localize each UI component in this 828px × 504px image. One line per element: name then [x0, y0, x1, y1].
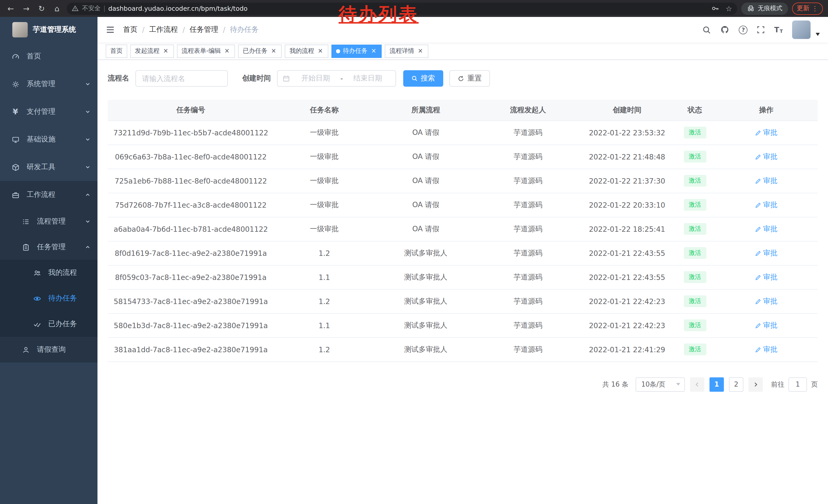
fullscreen-icon[interactable]: [757, 26, 765, 34]
cell-status: 激活: [675, 145, 715, 169]
sidebar-item-infrastructure[interactable]: 基础设施: [0, 126, 97, 153]
approve-button[interactable]: 审批: [755, 273, 778, 282]
approve-button[interactable]: 审批: [755, 248, 778, 258]
tab-my-process[interactable]: 我的流程×: [285, 44, 329, 58]
breadcrumb-workflow[interactable]: 工作流程: [149, 25, 178, 34]
prev-page-button[interactable]: [690, 377, 704, 392]
table-row: 725a1eb6-7b88-11ec-8ef0-acde48001122一级审批…: [108, 169, 818, 193]
divider: [104, 5, 105, 11]
cell-starter: 芋道源码: [477, 121, 579, 145]
date-range-picker[interactable]: 开始日期 - 结束日期: [277, 70, 396, 87]
approve-button[interactable]: 审批: [755, 152, 778, 161]
sidebar-item-my-process[interactable]: 我的流程: [0, 260, 97, 286]
cell-starter: 芋道源码: [477, 145, 579, 169]
next-page-button[interactable]: [748, 377, 763, 392]
close-icon[interactable]: ×: [270, 47, 277, 55]
sidebar-item-done-tasks[interactable]: 已办任务: [0, 311, 97, 337]
cell-task-name: 1.2: [274, 337, 375, 362]
edit-icon: [755, 130, 761, 136]
cell-process: 测试多审批人: [375, 337, 477, 362]
breadcrumb-task-mgmt[interactable]: 任务管理: [190, 25, 218, 34]
sidebar-item-workflow[interactable]: 工作流程: [0, 181, 97, 209]
approve-button[interactable]: 审批: [755, 345, 778, 354]
goto-page-input[interactable]: [788, 377, 807, 392]
tab-start-process[interactable]: 发起流程×: [130, 44, 174, 58]
tab-done-tasks[interactable]: 已办任务×: [238, 44, 282, 58]
table-header-row: 任务编号 任务名称 所属流程 流程发起人 创建时间 状态 操作: [108, 100, 818, 121]
back-button[interactable]: ←: [5, 3, 16, 14]
approve-button[interactable]: 审批: [755, 200, 778, 210]
breadcrumb-home[interactable]: 首页: [123, 25, 137, 34]
page-size-select[interactable]: 10条/页: [636, 377, 685, 392]
cell-task-id: 580e1b3d-7ac8-11ec-a9e2-a2380e71991a: [108, 313, 274, 337]
sidebar-item-home[interactable]: 首页: [0, 43, 97, 70]
table-row: 580e1b3d-7ac8-11ec-a9e2-a2380e71991a1.1测…: [108, 313, 818, 337]
sidebar-item-payment[interactable]: ¥ 支付管理: [0, 98, 97, 126]
cell-task-name: 一级审批: [274, 169, 375, 193]
tab-form-edit[interactable]: 流程表单-编辑×: [177, 44, 235, 58]
task-mgmt-icon: [20, 243, 31, 251]
page-2-button[interactable]: 2: [729, 377, 743, 392]
chevron-down-icon: [85, 165, 90, 170]
cell-process: 测试多审批人: [375, 265, 477, 289]
sidebar-item-devtools[interactable]: 研发工具: [0, 153, 97, 181]
close-icon[interactable]: ×: [417, 47, 424, 55]
approve-button[interactable]: 审批: [755, 224, 778, 234]
approve-button[interactable]: 审批: [755, 321, 778, 330]
leave-query-icon: [20, 346, 31, 354]
table-row: a6aba0a4-7b6d-11ec-b781-acde48001122一级审批…: [108, 217, 818, 241]
tab-home[interactable]: 首页: [106, 44, 127, 58]
cell-status: 激活: [675, 337, 715, 362]
help-icon[interactable]: ?: [739, 26, 748, 34]
font-size-icon[interactable]: TT: [774, 26, 783, 34]
bookmark-star-icon[interactable]: ☆: [726, 4, 732, 12]
sidebar-toggle-icon[interactable]: [106, 25, 115, 34]
cell-task-id: 75d72608-7b7f-11ec-a3c8-acde48001122: [108, 193, 274, 217]
sidebar-item-process-mgmt[interactable]: 流程管理: [0, 209, 97, 234]
cell-status: 激活: [675, 193, 715, 217]
forward-button[interactable]: →: [20, 3, 32, 14]
incognito-badge: 无痕模式: [741, 2, 788, 15]
close-icon[interactable]: ×: [370, 47, 377, 55]
sidebar-item-task-mgmt[interactable]: 任务管理: [0, 234, 97, 260]
sidebar-item-todo-tasks[interactable]: 待办任务: [0, 286, 97, 311]
range-separator: -: [338, 74, 345, 83]
update-button[interactable]: 更新 ⋮: [792, 2, 823, 15]
process-name-input[interactable]: [135, 70, 228, 87]
cell-create-time: 2022-01-21 22:43:55: [579, 241, 675, 265]
approve-button[interactable]: 审批: [755, 296, 778, 306]
edit-icon: [755, 346, 761, 353]
github-icon[interactable]: [720, 25, 730, 34]
table-row: 75d72608-7b7f-11ec-a3c8-acde48001122一级审批…: [108, 193, 818, 217]
approve-button[interactable]: 审批: [755, 176, 778, 185]
cell-action: 审批: [715, 217, 818, 241]
close-icon[interactable]: ×: [162, 47, 169, 55]
cell-create-time: 2022-01-21 22:43:55: [579, 265, 675, 289]
status-badge: 激活: [684, 343, 706, 355]
user-avatar[interactable]: [792, 20, 811, 39]
cell-task-name: 1.2: [274, 241, 375, 265]
search-icon[interactable]: [703, 26, 711, 34]
sidebar-item-leave-query[interactable]: 请假查询: [0, 337, 97, 363]
cell-action: 审批: [715, 265, 818, 289]
reload-button[interactable]: ↻: [36, 3, 47, 14]
table-row: 8f059c03-7ac8-11ec-a9e2-a2380e71991a1.1测…: [108, 265, 818, 289]
approve-button[interactable]: 审批: [755, 128, 778, 137]
status-badge: 激活: [684, 295, 706, 307]
key-icon[interactable]: [712, 5, 719, 12]
avatar-dropdown-caret-icon[interactable]: [816, 33, 820, 36]
close-icon[interactable]: ×: [223, 47, 231, 55]
my-process-icon: [32, 269, 42, 277]
search-button[interactable]: 搜索: [403, 70, 443, 87]
menu-dots-icon[interactable]: ⋮: [812, 5, 818, 12]
reset-button[interactable]: 重置: [449, 70, 490, 87]
close-icon[interactable]: ×: [317, 47, 324, 55]
page-unit-label: 页: [811, 380, 818, 389]
home-button[interactable]: ⌂: [51, 3, 63, 14]
tab-todo-tasks[interactable]: 待办任务×: [332, 44, 382, 58]
app-title: 芋道管理系统: [33, 25, 76, 34]
page-1-button[interactable]: 1: [709, 377, 724, 392]
tab-process-detail[interactable]: 流程详情×: [385, 44, 429, 58]
tags-view: 首页 发起流程× 流程表单-编辑× 已办任务× 我的流程× 待办任务×: [97, 43, 828, 60]
sidebar-item-system[interactable]: 系统管理: [0, 70, 97, 98]
